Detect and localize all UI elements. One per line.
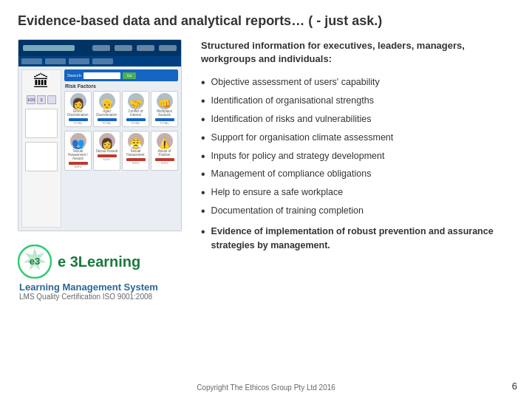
bullet-item: • Identification of risks and vulnerabil… — [201, 112, 514, 129]
mock-header — [18, 40, 181, 56]
bullet-text: Documentation of training completion — [211, 204, 514, 218]
left-column: 🏛 100 3 Search — [18, 39, 188, 379]
bullet-dot: • — [201, 75, 205, 91]
bullet-dot: • — [201, 131, 205, 146]
bullet-dot: • — [201, 204, 205, 219]
last-bullet-item: • Evidence of implementation of robust p… — [201, 220, 514, 254]
bullet-text: Inputs for policy and strategy developme… — [211, 149, 514, 163]
svg-text:e3: e3 — [30, 256, 40, 267]
main-content: 🏛 100 3 Search — [18, 39, 514, 379]
bullet-item: • Support for organisation climate asses… — [201, 130, 514, 147]
bullet-dot: • — [201, 112, 205, 128]
bullet-dot: • — [201, 185, 205, 201]
bullet-text: Support for organisation climate assessm… — [211, 131, 514, 145]
bullet-list: • Objective assessment of users' capabil… — [201, 75, 514, 219]
bullet-item: • Documentation of training completion — [201, 203, 514, 220]
bullet-dot: • — [201, 167, 205, 183]
bullet-text: Management of compliance obligations — [211, 167, 514, 181]
bullet-text: Identification of organisational strengt… — [211, 94, 514, 108]
screenshot-mockup: 🏛 100 3 Search — [18, 39, 182, 231]
page-title: Evidence-based data and analytical repor… — [18, 13, 514, 29]
lms-cert: LMS Quality Certification ISO 9001:2008 — [19, 293, 152, 301]
bullet-text: Objective assessment of users' capabilit… — [211, 75, 514, 89]
footer: Copyright The Ethicos Group Pty Ltd 2016 — [18, 379, 514, 392]
bullet-text: Identification of risks and vulnerabilit… — [211, 112, 514, 126]
mock-nav — [18, 56, 181, 66]
bullet-dot: • — [201, 94, 205, 109]
bullet-dot-last: • — [201, 225, 205, 240]
e3learning-icon: e3 — [18, 245, 52, 279]
bullet-item: • Objective assessment of users' capabil… — [201, 75, 514, 92]
copyright-text: Copyright The Ethicos Group Pty Ltd 2016 — [18, 383, 514, 392]
structured-info: Structured information for executives, l… — [201, 39, 514, 66]
page-number: 6 — [512, 381, 517, 392]
bullet-dot: • — [201, 149, 205, 165]
page-container: Evidence-based data and analytical repor… — [0, 0, 532, 399]
bullet-text: Help to ensure a safe workplace — [211, 185, 514, 200]
bullet-item: • Management of compliance obligations — [201, 166, 514, 183]
lms-title: Learning Management System — [19, 282, 158, 293]
right-column: Structured information for executives, l… — [201, 39, 514, 379]
last-bullet-text: Evidence of implementation of robust pre… — [211, 225, 514, 253]
bullet-item: • Help to ensure a safe workplace — [201, 185, 514, 202]
bullet-item: • Identification of organisational stren… — [201, 93, 514, 110]
bullet-item: • Inputs for policy and strategy develop… — [201, 149, 514, 166]
e3-logo: e3 e 3Learning — [18, 245, 140, 279]
e3-brand-text: e 3Learning — [58, 254, 140, 269]
logo-area: e3 e 3Learning Learning Management Syste… — [18, 245, 188, 301]
